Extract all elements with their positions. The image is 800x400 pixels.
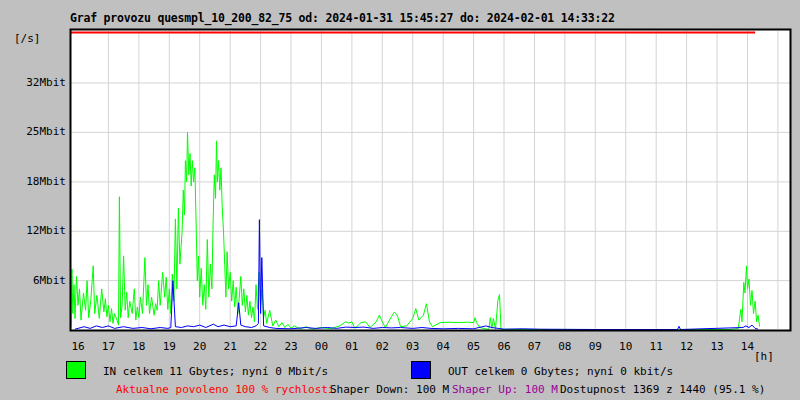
traffic-graph-window: Graf provozu quesmpl_10_200_82_75 od: 20… — [0, 0, 800, 400]
shaper-up-label: Shaper Up: 100 M — [452, 383, 558, 396]
shaper-down-label: Shaper Down: 100 M — [330, 383, 449, 396]
out-legend-swatch — [411, 361, 431, 379]
x-axis-tick-label: 02 — [370, 341, 394, 352]
x-axis-tick-label: 00 — [309, 341, 333, 352]
x-axis-tick-label: 03 — [401, 341, 425, 352]
y-axis-tick-label: 32Mbit — [18, 77, 66, 88]
x-axis-tick-label: 20 — [188, 341, 212, 352]
in-legend-label: IN celkem 11 Gbytes; nyní 0 Mbit/s — [103, 365, 328, 378]
in-legend-swatch — [66, 361, 86, 379]
x-axis-tick-label: 01 — [340, 341, 364, 352]
x-axis-tick-label: 22 — [249, 341, 273, 352]
y-axis-tick-label: 25Mbit — [18, 126, 66, 137]
x-axis-tick-label: 18 — [127, 341, 151, 352]
x-axis-tick-label: 16 — [66, 341, 90, 352]
y-axis-unit-label: [/s] — [14, 32, 41, 45]
x-axis-tick-label: 09 — [583, 341, 607, 352]
x-axis-tick-label: 19 — [157, 341, 181, 352]
x-axis-tick-label: 12 — [675, 341, 699, 352]
y-axis-tick-label: 12Mbit — [18, 225, 66, 236]
availability-label: Dostupnost 1369 z 1440 (95.1 %) — [560, 383, 765, 396]
out-legend-label: OUT celkem 0 Gbytes; nyní 0 kbit/s — [448, 365, 673, 378]
x-axis-tick-label: 21 — [218, 341, 242, 352]
x-axis-tick-label: 06 — [492, 341, 516, 352]
x-axis-tick-label: 13 — [705, 341, 729, 352]
x-axis-tick-label: 10 — [614, 341, 638, 352]
x-axis-tick-label: 17 — [96, 341, 120, 352]
x-axis-tick-label: 05 — [462, 341, 486, 352]
x-axis-tick-label: 11 — [644, 341, 668, 352]
y-axis-tick-label: 6Mbit — [18, 275, 66, 286]
x-axis-tick-label: 07 — [522, 341, 546, 352]
x-axis-tick-label: 14 — [735, 341, 759, 352]
allowed-speed-label: Aktualne povoleno 100 % rychlosti — [116, 383, 335, 396]
x-axis-tick-label: 08 — [553, 341, 577, 352]
plot-background — [71, 30, 790, 330]
x-axis-tick-label: 23 — [279, 341, 303, 352]
y-axis-tick-label: 18Mbit — [18, 176, 66, 187]
x-axis-tick-label: 04 — [431, 341, 455, 352]
